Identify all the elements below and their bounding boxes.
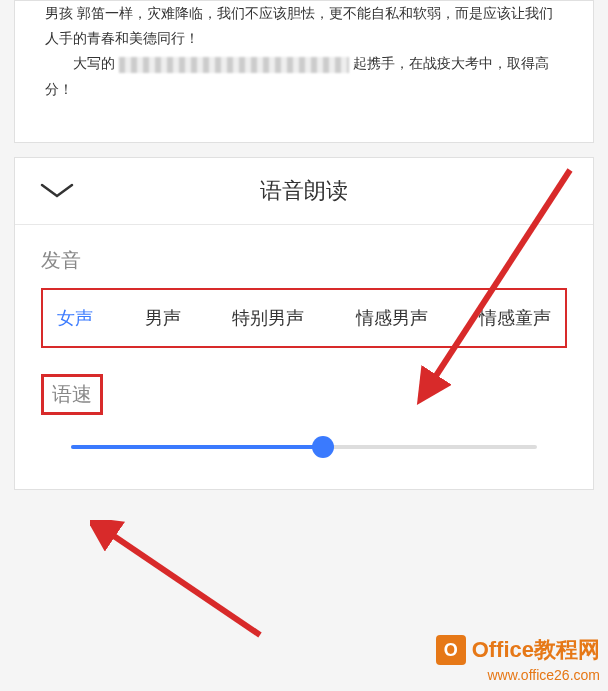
brand-url: www.office26.com [436,667,600,683]
voice-tab-female[interactable]: 女声 [53,304,97,332]
annotation-arrow-2 [90,520,280,650]
speed-slider[interactable] [71,445,537,449]
voice-tab-emotion-male[interactable]: 情感男声 [352,304,432,332]
slider-thumb[interactable] [312,436,334,458]
voice-tab-emotion-child[interactable]: 情感童声 [475,304,555,332]
slider-fill [71,445,323,449]
voice-tab-special-male[interactable]: 特别男声 [228,304,308,332]
content-line-1: 男孩 郭笛一样，灾难降临，我们不应该胆怯，更不能自私和软弱，而是应该让我们人手的… [45,1,563,51]
watermark: O Office教程网 www.office26.com [436,635,600,683]
redacted-text [119,57,349,73]
speed-slider-container [41,445,567,449]
speed-section-label: 语速 [52,381,92,408]
document-content: 男孩 郭笛一样，灾难降临，我们不应该胆怯，更不能自私和软弱，而是应该让我们人手的… [14,0,594,143]
voice-reading-panel: 语音朗读 发音 女声 男声 特别男声 情感男声 情感童声 语速 [14,157,594,490]
speed-label-highlight: 语速 [41,374,103,415]
svg-line-3 [105,530,260,635]
voice-section-label: 发音 [41,247,81,274]
content-line-2: 大写的起携手，在战疫大考中，取得高分！ [45,51,563,101]
voice-tabs: 女声 男声 特别男声 情感男声 情感童声 [41,288,567,348]
brand-icon: O [436,635,466,665]
brand-text: Office教程网 [472,635,600,665]
panel-title: 语音朗读 [39,176,569,206]
panel-body: 发音 女声 男声 特别男声 情感男声 情感童声 语速 [15,225,593,489]
panel-header: 语音朗读 [15,158,593,225]
voice-tab-male[interactable]: 男声 [141,304,185,332]
